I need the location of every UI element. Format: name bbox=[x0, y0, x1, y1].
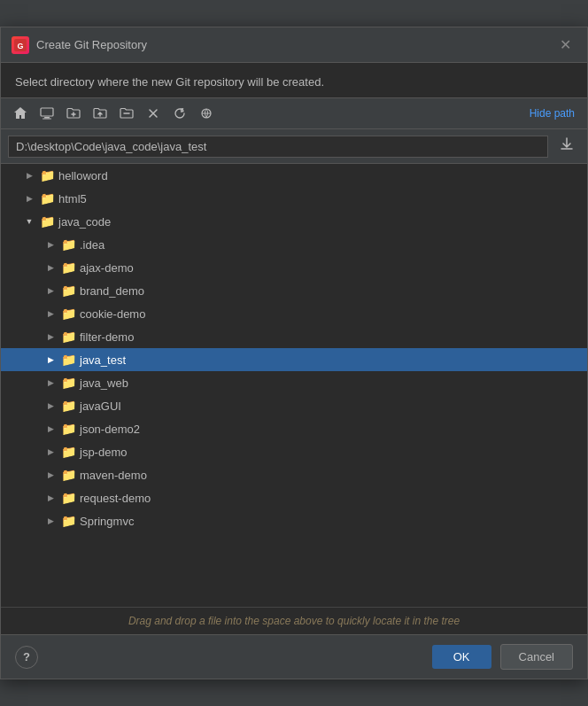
folder-icon-json-demo2: 📁 bbox=[61, 422, 76, 436]
home-button[interactable] bbox=[8, 102, 33, 125]
tree-item-json-demo2[interactable]: ▶ 📁 json-demo2 bbox=[1, 417, 587, 440]
tree-item-java_web[interactable]: ▶ 📁 java_web bbox=[1, 371, 587, 394]
folder-icon-html5: 📁 bbox=[40, 191, 55, 206]
arrow-cookie-demo: ▶ bbox=[43, 306, 58, 321]
tree-item-javaGUI[interactable]: ▶ 📁 javaGUI bbox=[1, 394, 587, 417]
app-icon: G bbox=[12, 36, 29, 54]
tree-item-springmvc[interactable]: ▶ 📁 Springmvc bbox=[1, 509, 587, 532]
label-java_code: java_code bbox=[58, 215, 111, 229]
tree-item-java_code[interactable]: ▼ 📁 java_code bbox=[1, 210, 587, 233]
folder-icon-java_code: 📁 bbox=[40, 214, 55, 229]
arrow-springmvc: ▶ bbox=[43, 514, 58, 528]
parent-folder-button[interactable] bbox=[88, 102, 112, 125]
refresh-button[interactable] bbox=[167, 102, 192, 125]
folder-icon-jsp-demo: 📁 bbox=[61, 445, 76, 459]
tree-item-filter-demo[interactable]: ▶ 📁 filter-demo bbox=[1, 325, 587, 348]
label-cookie-demo: cookie-demo bbox=[80, 307, 145, 321]
label-java_web: java_web bbox=[80, 376, 128, 390]
network-button[interactable] bbox=[194, 102, 219, 125]
label-helloword: helloword bbox=[58, 169, 108, 182]
arrow-idea: ▶ bbox=[43, 237, 58, 252]
svg-rect-2 bbox=[41, 108, 53, 116]
label-json-demo2: json-demo2 bbox=[80, 423, 140, 436]
help-button[interactable]: ? bbox=[15, 646, 38, 669]
arrow-maven-demo: ▶ bbox=[43, 468, 58, 482]
arrow-java_test: ▶ bbox=[43, 353, 58, 367]
toolbar: Hide path bbox=[1, 97, 587, 129]
ok-button[interactable]: OK bbox=[432, 645, 491, 669]
arrow-html5: ▶ bbox=[22, 191, 36, 206]
new-folder-button[interactable] bbox=[61, 102, 86, 125]
dialog-body: Select directory where the new Git repos… bbox=[1, 63, 587, 634]
tree-item-brand_demo[interactable]: ▶ 📁 brand_demo bbox=[1, 279, 587, 302]
arrow-filter-demo: ▶ bbox=[43, 330, 58, 344]
folder-icon-request-demo: 📁 bbox=[61, 491, 76, 505]
arrow-ajax-demo: ▶ bbox=[43, 260, 58, 275]
tree-item-cookie-demo[interactable]: ▶ 📁 cookie-demo bbox=[1, 302, 587, 325]
folder-icon-java_test: 📁 bbox=[61, 353, 76, 367]
tree-item-request-demo[interactable]: ▶ 📁 request-demo bbox=[1, 486, 587, 509]
label-brand_demo: brand_demo bbox=[80, 284, 144, 298]
cancel-button[interactable]: Cancel bbox=[500, 644, 573, 670]
svg-rect-4 bbox=[43, 119, 51, 120]
folder-icon-cookie-demo: 📁 bbox=[61, 306, 76, 321]
arrow-request-demo: ▶ bbox=[43, 491, 58, 505]
arrow-java_code: ▼ bbox=[22, 214, 36, 229]
download-icon[interactable] bbox=[553, 135, 580, 158]
tree-item-java_test[interactable]: ▶ 📁 java_test bbox=[1, 348, 587, 371]
drag-hint: Drag and drop a file into the space abov… bbox=[1, 607, 587, 634]
tree-item-jsp-demo[interactable]: ▶ 📁 jsp-demo bbox=[1, 440, 587, 463]
dialog-title: Create Git Repository bbox=[36, 38, 547, 51]
label-request-demo: request-demo bbox=[80, 492, 151, 505]
path-input[interactable] bbox=[8, 136, 548, 158]
folder-icon-brand_demo: 📁 bbox=[61, 283, 76, 298]
label-jsp-demo: jsp-demo bbox=[80, 446, 127, 459]
svg-text:G: G bbox=[17, 42, 23, 50]
dialog-footer: ? OK Cancel bbox=[1, 634, 587, 679]
tree-item-ajax-demo[interactable]: ▶ 📁 ajax-demo bbox=[1, 256, 587, 279]
delete-button[interactable] bbox=[141, 102, 166, 125]
label-springmvc: Springmvc bbox=[80, 515, 134, 528]
close-button[interactable]: ✕ bbox=[554, 35, 576, 55]
collapse-button[interactable] bbox=[114, 102, 139, 125]
arrow-helloword: ▶ bbox=[22, 168, 36, 182]
folder-icon-springmvc: 📁 bbox=[61, 514, 76, 528]
hide-path-button[interactable]: Hide path bbox=[524, 105, 580, 121]
folder-icon-java_web: 📁 bbox=[61, 376, 76, 390]
tree-item-html5[interactable]: ▶ 📁 html5 bbox=[1, 187, 587, 210]
folder-icon-idea: 📁 bbox=[61, 237, 76, 252]
title-bar: G Create Git Repository ✕ bbox=[1, 27, 587, 63]
folder-icon-javaGUI: 📁 bbox=[61, 399, 76, 413]
label-idea: .idea bbox=[80, 238, 104, 252]
svg-rect-3 bbox=[44, 117, 50, 119]
path-bar bbox=[1, 129, 587, 164]
arrow-json-demo2: ▶ bbox=[43, 422, 58, 436]
label-javaGUI: javaGUI bbox=[80, 400, 121, 413]
label-maven-demo: maven-demo bbox=[80, 469, 147, 482]
label-java_test: java_test bbox=[80, 353, 126, 367]
arrow-javaGUI: ▶ bbox=[43, 399, 58, 413]
create-git-repository-dialog: G Create Git Repository ✕ Select directo… bbox=[0, 27, 588, 679]
folder-icon-filter-demo: 📁 bbox=[61, 330, 76, 344]
arrow-java_web: ▶ bbox=[43, 376, 58, 390]
label-ajax-demo: ajax-demo bbox=[80, 261, 134, 275]
tree-item-idea[interactable]: ▶ 📁 .idea bbox=[1, 233, 587, 256]
tree-item-maven-demo[interactable]: ▶ 📁 maven-demo bbox=[1, 463, 587, 486]
label-html5: html5 bbox=[58, 192, 87, 206]
label-filter-demo: filter-demo bbox=[80, 330, 134, 344]
folder-icon-ajax-demo: 📁 bbox=[61, 260, 76, 275]
folder-icon-helloword: 📁 bbox=[40, 168, 55, 182]
arrow-jsp-demo: ▶ bbox=[43, 445, 58, 459]
folder-icon-maven-demo: 📁 bbox=[61, 468, 76, 482]
file-tree[interactable]: ▶ 📁 helloword ▶ 📁 html5 ▼ 📁 java_code ▶ … bbox=[1, 164, 587, 607]
tree-item-helloword[interactable]: ▶ 📁 helloword bbox=[1, 164, 587, 187]
computer-button[interactable] bbox=[35, 102, 59, 125]
arrow-brand_demo: ▶ bbox=[43, 283, 58, 298]
subtitle-text: Select directory where the new Git repos… bbox=[1, 63, 587, 97]
